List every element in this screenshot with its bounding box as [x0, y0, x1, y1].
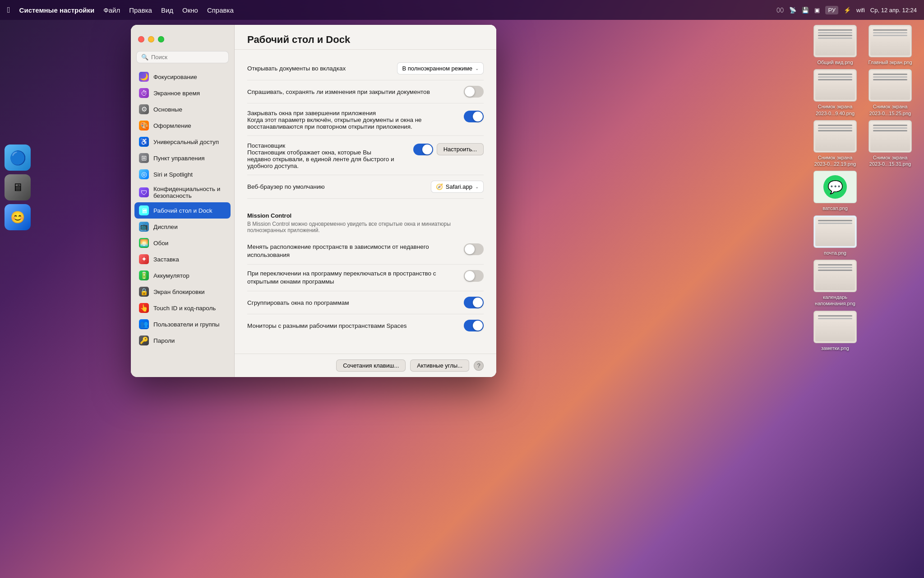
close-windows-toggle[interactable]: [464, 111, 484, 122]
open-docs-label: Открывать документы во вкладках: [247, 65, 397, 72]
mission-control-header: Mission Control: [247, 212, 484, 219]
file-thumb: [869, 120, 912, 153]
file-snimok3[interactable]: Снимок экрана 2023-0...22.19.png: [810, 120, 860, 168]
menubar-left:  Системные настройки Файл Правка Вид Ок…: [7, 5, 234, 15]
edit-menu[interactable]: Правка: [129, 6, 152, 14]
file-label: Снимок экрана 2023-0...22.19.png: [813, 154, 858, 168]
hot-corners-button[interactable]: Активные углы...: [410, 359, 469, 372]
shortcuts-button[interactable]: Сочетания клавиш...: [336, 359, 406, 372]
close-windows-sub: Когда этот параметр включён, открытые до…: [247, 117, 455, 130]
default-browser-dropdown[interactable]: 🧭 Safari.app ⌄: [431, 181, 484, 193]
separate-spaces-toggle[interactable]: [464, 320, 484, 331]
content-area: Рабочий стол и Dock Открывать документы …: [235, 25, 496, 377]
file-label: Снимок экрана 2023-0...15.25.png: [868, 103, 913, 117]
sidebar-item-fokusrovaniye[interactable]: 🌙 Фокусирование: [134, 69, 231, 85]
wifi-menubar-icon[interactable]: wifi: [856, 7, 865, 14]
file-label: Снимок экрана 2023-0...9.40.png: [813, 103, 858, 117]
wifi-icon[interactable]: 📡: [789, 7, 796, 14]
sidebar-item-privacy[interactable]: 🛡 Конфиденциальность и безопасность: [134, 182, 231, 202]
file-snimok4[interactable]: Снимок экрана 2023-0...15.31.png: [865, 120, 915, 168]
dropdown-arrow-icon: ⌄: [475, 184, 479, 189]
sidebar-item-users[interactable]: 👥 Пользователи и группы: [134, 316, 231, 332]
stage-manager-text: Постановщик Постановщик отображает окна,…: [247, 142, 413, 169]
mission-control-section: Mission Control В Mission Control можно …: [247, 199, 484, 238]
search-input[interactable]: [151, 54, 224, 61]
file-snimok2[interactable]: Снимок экрана 2023-0...15.25.png: [865, 69, 915, 117]
close-button[interactable]: [138, 36, 144, 42]
file-pochta[interactable]: почта.png: [810, 215, 860, 256]
file-snimok1[interactable]: Снимок экрана 2023-0...9.40.png: [810, 69, 860, 117]
sidebar-label-screensaver: Заставка: [153, 256, 179, 263]
sidebar-label-users: Пользователи и группы: [153, 321, 220, 328]
view-menu[interactable]: Вид: [161, 6, 173, 14]
sidebar-label-screentime: Экранное время: [153, 90, 200, 97]
sidebar-item-screentime[interactable]: ⏱ Экранное время: [134, 85, 231, 101]
maximize-button[interactable]: [158, 36, 164, 42]
help-button[interactable]: ?: [474, 361, 484, 371]
desktop-row-3: Снимок экрана 2023-0...22.19.png Снимок …: [810, 120, 915, 168]
sidebar-item-battery[interactable]: 🔋 Аккумулятор: [134, 267, 231, 284]
window-menu[interactable]: Окно: [182, 6, 198, 14]
auto-rearrange-text: Менять расположение пространств в зависи…: [247, 242, 464, 259]
page-title: Рабочий стол и Dock: [247, 34, 484, 46]
open-docs-dropdown[interactable]: В полноэкранном режиме ⌄: [397, 62, 484, 75]
sidebar-item-appearance[interactable]: 🎨 Оформление: [134, 117, 231, 134]
close-windows-text: Закрывать окна при завершении приложения…: [247, 110, 464, 130]
group-windows-toggle[interactable]: [464, 297, 484, 308]
sidebar-label-passwords: Пароли: [153, 337, 175, 344]
sidebar-item-general[interactable]: ⚙ Основные: [134, 101, 231, 117]
separate-spaces-label: Мониторы с разными рабочими пространства…: [247, 322, 464, 329]
sidebar-item-passwords[interactable]: 🔑 Пароли: [134, 332, 231, 349]
screenlock-icon: 🔒: [139, 287, 149, 297]
file-thumb: [813, 25, 857, 57]
switch-space-toggle[interactable]: [464, 270, 484, 282]
file-calendar[interactable]: календарь напоминания.png: [810, 260, 860, 307]
sidebar-item-accessibility[interactable]: ♿ Универсальный доступ: [134, 134, 231, 150]
auto-rearrange-label: Менять расположение пространств в зависи…: [247, 243, 429, 258]
sidebar-item-screensaver[interactable]: ✦ Заставка: [134, 251, 231, 267]
dock-icon-finder[interactable]: 🔵: [5, 144, 31, 171]
sidebar-item-desktop-dock[interactable]: 🖥 Рабочий стол и Dock: [134, 202, 231, 219]
file-glavny-ekran[interactable]: Главный экран.png: [865, 25, 915, 65]
mirror-icon[interactable]: ▣: [814, 7, 820, 14]
stage-manager-sub: Постановщик отображает окна, которые Вы …: [247, 149, 404, 169]
file-zametki[interactable]: заметки.png: [810, 311, 860, 351]
search-box[interactable]: 🔍: [136, 51, 229, 63]
sidebar-item-wallpaper[interactable]: 🌅 Обои: [134, 235, 231, 251]
dock-icon-finder2[interactable]: 😊: [5, 204, 31, 230]
desktop-dock-icon: 🖥: [139, 205, 149, 215]
menubar-icons: ⬯⬯ 📡 💾 ▣ РУ ⚡ wifi Ср, 12 апр. 12:24: [776, 6, 917, 14]
sidebar-item-siri[interactable]: ◎ Siri и Spotlight: [134, 166, 231, 182]
file-label: почта.png: [824, 250, 846, 256]
apple-menu[interactable]: : [7, 5, 10, 15]
spectacles-icon[interactable]: ⬯⬯: [776, 6, 784, 14]
stage-manager-toggle[interactable]: [413, 144, 433, 155]
setting-separate-spaces: Мониторы с разными рабочими пространства…: [247, 314, 484, 337]
sidebar-list: 🌙 Фокусирование ⏱ Экранное время ⚙ Основ…: [131, 67, 234, 377]
toggle-knob: [473, 321, 483, 331]
file-vatsap[interactable]: 💬 ватсап.png: [810, 171, 860, 211]
file-label: заметки.png: [821, 345, 849, 351]
minimize-button[interactable]: [148, 36, 154, 42]
displays-icon: 📺: [139, 222, 149, 232]
battery-icon: 🔋: [139, 270, 149, 280]
auto-rearrange-toggle[interactable]: [464, 243, 484, 255]
disk-icon[interactable]: 💾: [802, 7, 809, 14]
sidebar-item-controlcenter[interactable]: ⊞ Пункт управления: [134, 150, 231, 166]
setting-stage-manager: Постановщик Постановщик отображает окна,…: [247, 136, 484, 175]
file-menu[interactable]: Файл: [103, 6, 120, 14]
battery-menubar-icon[interactable]: ⚡: [844, 7, 851, 14]
help-menu[interactable]: Справка: [207, 6, 234, 14]
file-obshiy-vid[interactable]: Общий вид.png: [810, 25, 860, 65]
sidebar-label-touchid: Touch ID и код-пароль: [153, 305, 216, 312]
sidebar-item-displays[interactable]: 📺 Дисплеи: [134, 219, 231, 235]
app-name-menu[interactable]: Системные настройки: [19, 6, 95, 14]
wallpaper-icon: 🌅: [139, 238, 149, 248]
dock-left: 🔵 🖥 😊: [5, 144, 31, 230]
stage-manager-configure-button[interactable]: Настроить...: [437, 143, 484, 155]
sidebar-item-screenlock[interactable]: 🔒 Экран блокировки: [134, 284, 231, 300]
dock-icon-app1[interactable]: 🖥: [5, 174, 31, 200]
lang-indicator[interactable]: РУ: [825, 6, 838, 14]
sidebar-item-touchid[interactable]: 👆 Touch ID и код-пароль: [134, 300, 231, 316]
ask-save-toggle[interactable]: [464, 86, 484, 98]
